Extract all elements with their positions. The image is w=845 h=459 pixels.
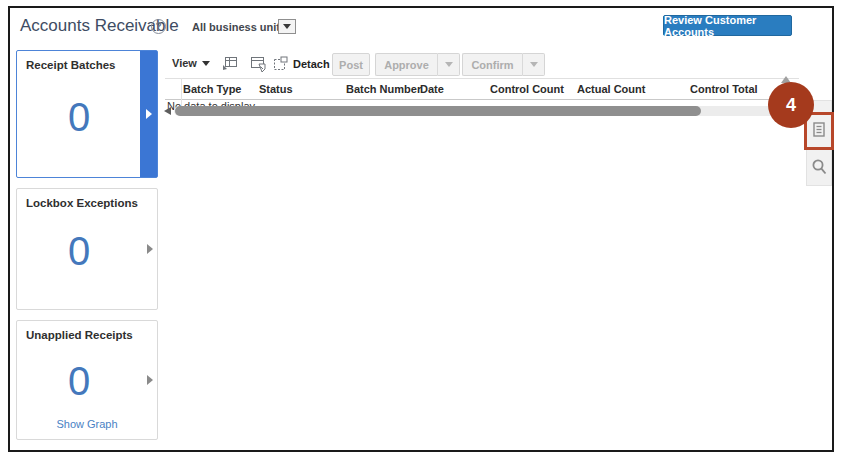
detach-label: Detach <box>293 58 330 70</box>
infotile-count: 0 <box>17 95 141 140</box>
search-panel-icon[interactable] <box>809 157 829 177</box>
confirm-split-button: Confirm <box>462 53 545 76</box>
approve-dropdown-button[interactable] <box>437 53 460 76</box>
column-header-control-total[interactable]: Control Total <box>690 83 758 95</box>
view-menu-label: View <box>172 57 197 69</box>
confirm-dropdown-button[interactable] <box>522 53 545 76</box>
infotile-title: Lockbox Exceptions <box>26 197 138 209</box>
application-window: Accounts Receivable ? All business units… <box>8 6 834 452</box>
approve-split-button: Approve <box>375 53 460 76</box>
arrow-right-icon <box>146 109 152 119</box>
post-button[interactable]: Post <box>332 53 370 76</box>
table-toolbar: View Detach Post Approve <box>165 52 585 78</box>
chevron-down-icon <box>445 62 453 67</box>
arrow-right-icon <box>147 375 153 385</box>
column-header-actual-count[interactable]: Actual Count <box>577 83 645 95</box>
infotile-receipt-batches[interactable]: Receipt Batches 0 <box>16 50 158 178</box>
infotile-lockbox-exceptions[interactable]: Lockbox Exceptions 0 <box>16 188 158 310</box>
infotile-count: 0 <box>17 359 141 404</box>
infotile-title: Unapplied Receipts <box>26 329 133 341</box>
table-header-row: Batch Type Status Batch Number Date Cont… <box>165 78 799 100</box>
wrap-icon[interactable] <box>250 56 266 72</box>
chevron-down-icon <box>530 62 538 67</box>
column-header-control-count[interactable]: Control Count <box>490 83 564 95</box>
column-header-status[interactable]: Status <box>259 83 293 95</box>
selected-tile-bar <box>140 51 157 177</box>
show-graph-link[interactable]: Show Graph <box>17 418 157 430</box>
confirm-button[interactable]: Confirm <box>462 53 522 76</box>
infotile-title: Receipt Batches <box>26 59 115 71</box>
chevron-down-icon <box>202 61 210 66</box>
infotile-unapplied-receipts[interactable]: Unapplied Receipts 0 Show Graph <box>16 320 158 440</box>
annotation-step-callout: 4 <box>768 82 814 128</box>
business-unit-label: All business units <box>192 21 286 33</box>
horizontal-scrollbar-thumb[interactable] <box>175 106 701 116</box>
column-header-batch-type[interactable]: Batch Type <box>183 83 241 95</box>
arrow-right-icon <box>147 244 153 254</box>
business-unit-dropdown-button[interactable] <box>278 19 296 34</box>
freeze-icon[interactable] <box>222 56 238 72</box>
detach-icon <box>273 56 288 71</box>
horizontal-scrollbar[interactable] <box>174 106 795 116</box>
help-icon[interactable]: ? <box>151 19 166 34</box>
review-customer-accounts-button[interactable]: Review Customer Accounts <box>663 15 792 36</box>
view-menu-button[interactable]: View <box>172 57 210 69</box>
chevron-down-icon <box>283 24 291 29</box>
column-header-date[interactable]: Date <box>420 83 444 95</box>
column-header-batch-number[interactable]: Batch Number <box>346 83 421 95</box>
detach-button[interactable]: Detach <box>273 56 330 71</box>
scroll-left-arrow-icon[interactable] <box>164 107 171 115</box>
approve-button[interactable]: Approve <box>375 53 437 76</box>
infotile-count: 0 <box>17 229 141 274</box>
